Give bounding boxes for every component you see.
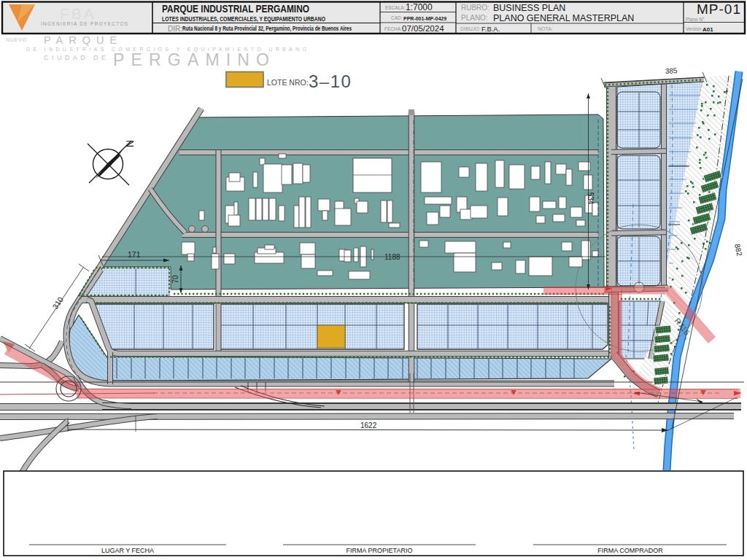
svg-text:A01: A01 xyxy=(703,26,713,33)
svg-text:DIR:: DIR: xyxy=(168,25,182,33)
svg-text:CIUDAD DE: CIUDAD DE xyxy=(44,54,106,61)
svg-text:1:7000: 1:7000 xyxy=(406,2,433,12)
svg-text:FECHA:: FECHA: xyxy=(384,26,402,31)
svg-text:N: N xyxy=(124,140,136,147)
svg-text:PERGAMINO: PERGAMINO xyxy=(113,50,269,69)
svg-text:ESCALA:: ESCALA: xyxy=(385,5,406,10)
svg-text:FIRMA COMPRADOR: FIRMA COMPRADOR xyxy=(597,547,663,554)
svg-text:LOTES INDUSTRIALES, COMERCIALE: LOTES INDUSTRIALES, COMERCIALES, Y EQUIP… xyxy=(162,15,325,23)
svg-text:PLANO GENERAL MASTERPLAN: PLANO GENERAL MASTERPLAN xyxy=(493,13,634,23)
svg-text:NOTA:: NOTA: xyxy=(538,26,553,31)
svg-text:BUSINESS PLAN: BUSINESS PLAN xyxy=(493,3,565,13)
svg-text:DIBUJO:: DIBUJO: xyxy=(460,26,481,31)
svg-text:3–10: 3–10 xyxy=(309,71,352,91)
svg-text:Version: Version xyxy=(686,26,702,31)
svg-text:385: 385 xyxy=(665,66,678,75)
svg-text:07/05/2024: 07/05/2024 xyxy=(402,24,444,33)
svg-text:NUEVO: NUEVO xyxy=(6,37,27,42)
svg-text:171: 171 xyxy=(128,250,141,259)
svg-text:INGENIERIA DE PROYECTOS: INGENIERIA DE PROYECTOS xyxy=(41,21,128,26)
svg-text:PARQUE INDUSTRIAL PERGAMINO: PARQUE INDUSTRIAL PERGAMINO xyxy=(162,2,309,15)
svg-text:70: 70 xyxy=(171,275,179,284)
svg-text:1622: 1622 xyxy=(360,421,377,429)
svg-text:Ruta Nacional 8 y Ruta Provinc: Ruta Nacional 8 y Ruta Provincial 32, Pe… xyxy=(182,25,352,32)
svg-text:FIRMA PROPIETARIO: FIRMA PROPIETARIO xyxy=(347,547,413,554)
svg-text:F.B.A.: F.B.A. xyxy=(481,25,500,33)
svg-text:RUBRO:: RUBRO: xyxy=(461,4,489,12)
svg-text:MP-01: MP-01 xyxy=(697,1,741,17)
svg-text:LOTE NRO:: LOTE NRO: xyxy=(267,78,309,87)
svg-text:FBA: FBA xyxy=(60,5,96,22)
svg-text:CAD:: CAD: xyxy=(391,15,403,20)
svg-text:PLANO:: PLANO: xyxy=(461,14,488,22)
svg-text:Plano N°: Plano N° xyxy=(686,17,705,22)
svg-text:PPR-001-MP-0429: PPR-001-MP-0429 xyxy=(403,16,446,21)
svg-text:LUGAR Y FECHA: LUGAR Y FECHA xyxy=(101,547,154,554)
svg-text:1188: 1188 xyxy=(384,253,400,261)
svg-text:534: 534 xyxy=(587,192,595,205)
